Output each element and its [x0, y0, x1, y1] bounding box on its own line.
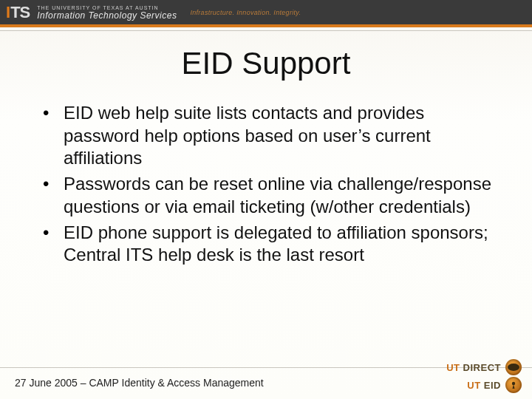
slide-content: EID web help suite lists contacts and pr…	[40, 102, 502, 270]
ut-eid-ut: UT	[467, 380, 480, 391]
bullet-list: EID web help suite lists contacts and pr…	[40, 102, 502, 267]
ut-direct-ut: UT	[446, 362, 460, 373]
list-item: Passwords can be reset online via challe…	[40, 173, 502, 218]
slide: ITS THE UNIVERSITY OF TEXAS AT AUSTIN In…	[0, 0, 532, 399]
header-tagline: Infrastructure. Innovation. Integrity.	[190, 9, 301, 16]
header-text: THE UNIVERSITY OF TEXAS AT AUSTIN Inform…	[37, 5, 177, 20]
its-logo-ts: TS	[10, 3, 30, 22]
header-accent-rule	[0, 24, 532, 27]
slide-title: EID Support	[0, 46, 532, 81]
university-name: THE UNIVERSITY OF TEXAS AT AUSTIN	[37, 5, 177, 10]
header-bar: ITS THE UNIVERSITY OF TEXAS AT AUSTIN In…	[0, 0, 532, 24]
footer-logos: UT DIRECT UT EID	[446, 359, 522, 393]
header-divider	[0, 30, 532, 31]
list-item: EID phone support is delegated to affili…	[40, 222, 502, 267]
eye-icon	[505, 359, 522, 375]
its-logo: ITS	[6, 3, 30, 22]
keyhole-icon	[505, 377, 522, 393]
footer-text: 27 June 2005 – CAMP Identity & Access Ma…	[15, 377, 264, 389]
ut-eid-logo: UT EID	[467, 377, 522, 393]
department-name: Information Technology Services	[37, 11, 177, 20]
ut-eid-label: EID	[484, 380, 501, 391]
ut-direct-label: DIRECT	[463, 362, 501, 373]
ut-direct-logo: UT DIRECT	[446, 359, 522, 375]
list-item: EID web help suite lists contacts and pr…	[40, 102, 502, 170]
